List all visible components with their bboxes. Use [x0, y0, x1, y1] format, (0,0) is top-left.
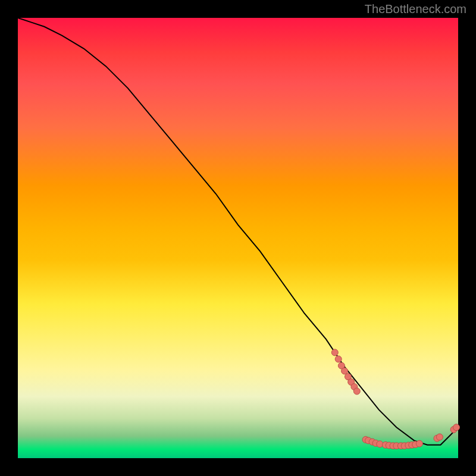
chart-plot-area	[18, 18, 458, 458]
chart-svg	[18, 18, 458, 458]
data-markers	[331, 349, 459, 449]
watermark-text: TheBottleneck.com	[365, 2, 466, 16]
data-marker	[331, 349, 338, 356]
data-marker	[436, 434, 443, 440]
curve-line	[18, 18, 458, 445]
data-marker	[453, 424, 460, 431]
data-marker	[416, 440, 422, 447]
data-marker	[335, 356, 342, 362]
data-marker	[353, 388, 360, 394]
data-marker	[342, 368, 348, 374]
